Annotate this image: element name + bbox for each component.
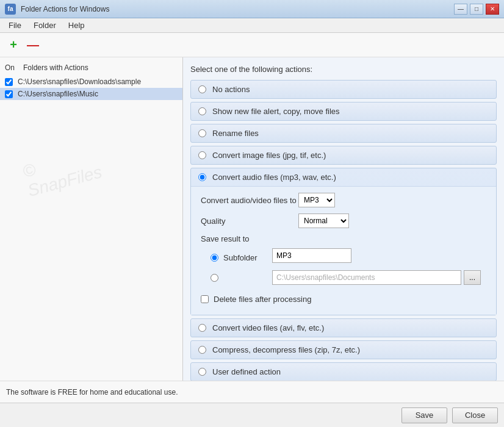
folder-checkbox-music[interactable] — [5, 90, 13, 98]
audio-options: Convert audio/video files to MP3 WAV OGG… — [191, 186, 496, 315]
menu-bar: File Folder Help — [0, 18, 504, 33]
subfolder-input[interactable] — [272, 248, 351, 263]
title-bar-left: fa Folder Actions for Windows — [5, 4, 109, 15]
minimize-button[interactable]: — — [454, 4, 467, 15]
convert-to-label: Convert audio/video files to — [201, 196, 298, 205]
panel-header: On Folders with Actions — [0, 62, 182, 76]
title-bar: fa Folder Actions for Windows — □ ✕ — [0, 0, 504, 18]
action-rename-files[interactable]: Rename files — [190, 124, 497, 143]
radio-convert-audio[interactable] — [198, 173, 206, 181]
save-result-label: Save result to — [201, 234, 486, 243]
path-input[interactable] — [272, 270, 461, 285]
action-show-alert[interactable]: Show new file alert, copy, move files — [190, 102, 497, 121]
remove-folder-button[interactable]: — — [24, 37, 41, 54]
menu-file[interactable]: File — [2, 20, 27, 31]
browse-button[interactable]: ... — [464, 270, 481, 285]
folder-item-music[interactable]: C:\Users\snapfiles\Music — [0, 88, 182, 100]
maximize-button[interactable]: □ — [470, 4, 483, 15]
quality-label: Quality — [201, 217, 298, 226]
title-text: Folder Actions for Windows — [21, 5, 109, 13]
action-convert-audio-expanded: Convert audio files (mp3, wav, etc.) Con… — [190, 168, 497, 315]
bottom-bar: Save Close — [0, 403, 504, 427]
save-button[interactable]: Save — [401, 407, 447, 423]
delete-row: Delete files after processing — [201, 289, 486, 306]
status-bar: The software is FREE for home and educat… — [0, 381, 504, 403]
quality-select[interactable]: Low Normal High Very High — [298, 214, 349, 228]
label-compress: Compress, decompress files (zip, 7z, etc… — [212, 345, 360, 354]
convert-to-select[interactable]: MP3 WAV OGG AAC WMA — [298, 193, 335, 207]
col-folders-header: Folders with Actions — [23, 63, 178, 72]
label-convert-image: Convert image files (jpg, tif, etc.) — [212, 151, 326, 160]
radio-no-actions[interactable] — [198, 85, 206, 93]
convert-to-row: Convert audio/video files to MP3 WAV OGG… — [201, 193, 486, 207]
radio-path[interactable] — [211, 274, 218, 282]
label-rename-files: Rename files — [212, 129, 259, 138]
label-no-actions: No actions — [212, 85, 250, 94]
folder-checkbox-downloads[interactable] — [5, 78, 13, 86]
radio-compress[interactable] — [198, 346, 206, 354]
main-content: On Folders with Actions C:\Users\snapfil… — [0, 57, 504, 381]
watermark-copyright: © — [21, 143, 99, 182]
label-user-defined: User defined action — [212, 367, 281, 376]
radio-convert-image[interactable] — [198, 151, 206, 159]
delete-label: Delete files after processing — [214, 295, 311, 304]
action-no-actions[interactable]: No actions — [190, 80, 497, 99]
section-title: Select one of the following actions: — [190, 65, 497, 74]
close-window-button[interactable]: ✕ — [486, 4, 499, 15]
radio-user-defined[interactable] — [198, 368, 206, 376]
save-result-section: Save result to Subfolder ... — [201, 234, 486, 285]
folder-path-downloads: C:\Users\snapfiles\Downloads\sample — [18, 77, 141, 86]
folder-path-music: C:\Users\snapfiles\Music — [18, 90, 98, 98]
quality-row: Quality Low Normal High Very High — [201, 214, 486, 228]
action-compress[interactable]: Compress, decompress files (zip, 7z, etc… — [190, 340, 497, 359]
radio-subfolder[interactable] — [211, 254, 218, 262]
close-button[interactable]: Close — [452, 407, 498, 423]
action-user-defined[interactable]: User defined action — [190, 362, 497, 381]
status-text: The software is FREE for home and educat… — [6, 388, 178, 396]
action-convert-video[interactable]: Convert video files (avi, flv, etc.) — [190, 318, 497, 337]
label-convert-video: Convert video files (avi, flv, etc.) — [212, 323, 324, 332]
app-icon: fa — [5, 4, 16, 15]
add-folder-button[interactable]: + — [5, 37, 22, 54]
radio-show-alert[interactable] — [198, 107, 206, 115]
right-panel: Select one of the following actions: No … — [183, 57, 504, 381]
radio-rename-files[interactable] — [198, 129, 206, 137]
menu-help[interactable]: Help — [62, 20, 91, 31]
path-row: ... — [201, 270, 486, 285]
action-convert-image[interactable]: Convert image files (jpg, tif, etc.) — [190, 146, 497, 165]
label-show-alert: Show new file alert, copy, move files — [212, 107, 340, 116]
folder-item-downloads[interactable]: C:\Users\snapfiles\Downloads\sample — [0, 76, 182, 88]
watermark-brand: SnapFiles — [26, 162, 104, 201]
subfolder-row: Subfolder — [201, 248, 486, 267]
menu-folder[interactable]: Folder — [27, 20, 62, 31]
title-buttons: — □ ✕ — [454, 4, 499, 15]
subfolder-label: Subfolder — [223, 253, 272, 262]
label-convert-audio: Convert audio files (mp3, wav, etc.) — [212, 173, 336, 182]
radio-convert-video[interactable] — [198, 324, 206, 332]
col-on-header: On — [5, 63, 23, 72]
audio-header[interactable]: Convert audio files (mp3, wav, etc.) — [191, 168, 496, 186]
watermark: © SnapFiles — [21, 143, 104, 201]
left-panel: On Folders with Actions C:\Users\snapfil… — [0, 57, 183, 381]
delete-checkbox[interactable] — [201, 295, 209, 303]
toolbar: + — — [0, 33, 504, 57]
